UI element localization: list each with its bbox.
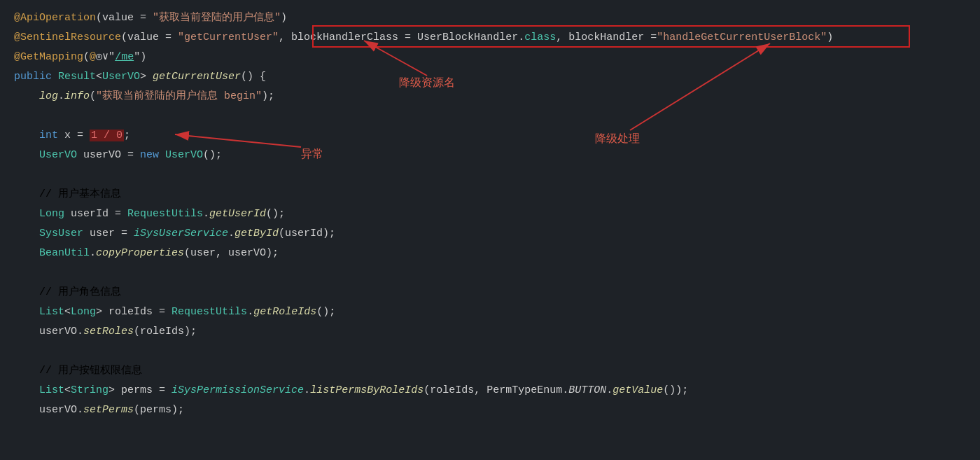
code-line-3: @GetMapping(@◎∨"/me") [14,48,980,67]
code-line-4: public Result<UserVO> getCurrentUser() { [14,67,980,87]
code-line-blank4 [14,342,980,361]
code-line-comment3: // 用户按钮权限信息 [14,361,980,381]
code-line-blank6 [14,440,980,459]
code-line-comment2: // 用户角色信息 [14,283,980,302]
code-line-blank2 [14,165,980,185]
code-line-11: List<Long> roleIds = RequestUtils.getRol… [14,302,980,322]
code-line-blank3 [14,263,980,283]
code-line-13: List<String> perms = iSysPermissionServi… [14,381,980,400]
code-line-14: userVO.setPerms(perms); [14,400,980,420]
code-line-comment1: // 用户基本信息 [14,185,980,204]
code-line-12: userVO.setRoles(roleIds); [14,322,980,342]
code-line-10: BeanUtil.copyProperties(user, userVO); [14,244,980,263]
code-editor: @ApiOperation(value = "获取当前登陆的用户信息") @Se… [0,0,980,460]
code-line-1: @ApiOperation(value = "获取当前登陆的用户信息") [14,8,980,28]
code-line-7: UserVO userVO = new UserVO(); [14,146,980,165]
code-line-2: @SentinelResource(value = "getCurrentUse… [14,28,980,48]
code-line-5: log.info("获取当前登陆的用户信息 begin"); [14,87,980,106]
code-line-6: int x = 1 / 0; [14,126,980,146]
code-line-9: SysUser user = iSysUserService.getById(u… [14,224,980,244]
code-line-8: Long userId = RequestUtils.getUserId(); [14,204,980,224]
code-line-blank5 [14,420,980,440]
code-line-blank1 [14,106,980,126]
